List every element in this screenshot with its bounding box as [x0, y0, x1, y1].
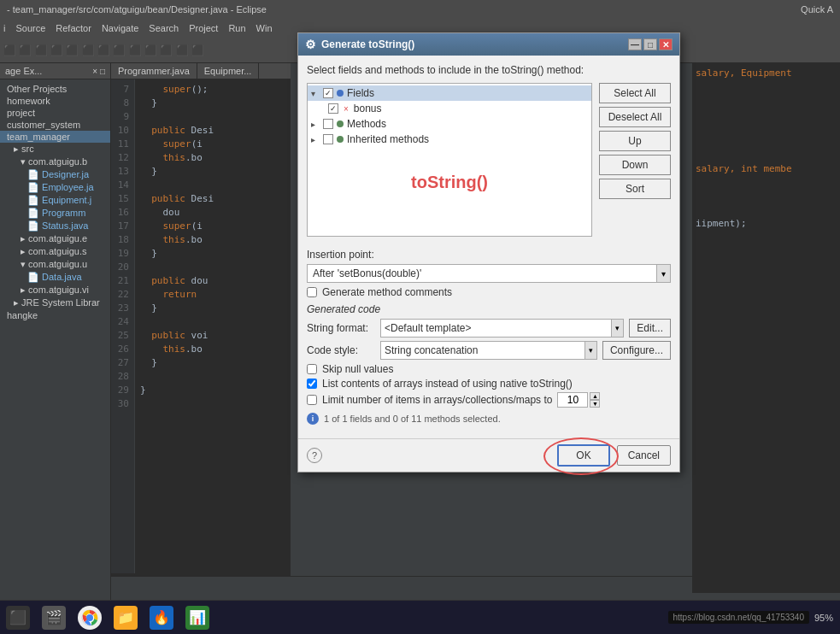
files-icon: 📁	[114, 606, 138, 630]
list-contents-label: List contents of arrays instead of using…	[322, 378, 573, 390]
insertion-point-arrow[interactable]: ▾	[657, 264, 671, 283]
battery-level: 95%	[814, 613, 833, 623]
info-row: i 1 of 1 fields and 0 of 11 methods sele…	[307, 413, 671, 425]
fields-tree[interactable]: ▾ Fields × bonus	[307, 83, 592, 237]
tostring-display: toString()	[308, 147, 591, 218]
inherited-checkbox[interactable]	[323, 134, 333, 144]
taskbar-right: https://blog.csdn.net/qq_41753340 95%	[668, 611, 841, 624]
bonus-row[interactable]: × bonus	[308, 101, 591, 116]
dialog-footer: ? OK Cancel	[298, 438, 679, 472]
string-format-arrow[interactable]: ▾	[612, 319, 624, 338]
tree-inner: ▾ Fields × bonus	[308, 84, 591, 220]
down-button[interactable]: Down	[599, 155, 671, 175]
spin-down-button[interactable]: ▼	[590, 400, 600, 408]
limit-number-input[interactable]	[557, 392, 588, 408]
bonus-checkbox[interactable]	[328, 103, 338, 114]
configure-button[interactable]: Configure...	[602, 341, 671, 360]
string-format-label: String format:	[307, 322, 375, 334]
code-style-dropdown[interactable]: String concatenation	[380, 341, 585, 360]
info-icon: i	[307, 413, 319, 425]
ok-btn-container: OK	[557, 444, 609, 467]
dialog-title-area: ⚙ Generate toString()	[305, 38, 414, 51]
limit-items-label: Limit number of items in arrays/collecti…	[322, 394, 552, 406]
url-display: https://blog.csdn.net/qq_41753340	[668, 611, 809, 624]
app6-icon: 📊	[185, 606, 209, 630]
dialog-titlebar: ⚙ Generate toString() — □ ✕	[298, 33, 679, 56]
ok-button[interactable]: OK	[557, 444, 609, 467]
list-contents-row: List contents of arrays instead of using…	[307, 378, 671, 390]
spin-up-button[interactable]: ▲	[590, 392, 600, 400]
edit-button[interactable]: Edit...	[629, 319, 671, 338]
code-style-dropdown-wrap: String concatenation ▾	[380, 341, 597, 360]
methods-row[interactable]: ▸ Methods	[308, 116, 591, 132]
dialog-titlebar-buttons: — □ ✕	[628, 38, 673, 50]
dialog-description: Select fields and methods to include in …	[307, 64, 671, 76]
dialog-overlay: ⚙ Generate toString() — □ ✕ Select field…	[0, 0, 840, 634]
list-contents-checkbox[interactable]	[307, 379, 317, 389]
generate-comments-checkbox[interactable]	[307, 287, 317, 297]
select-all-button[interactable]: Select All	[599, 83, 671, 103]
code-style-arrow[interactable]: ▾	[585, 341, 597, 360]
limit-number-wrap: ▲ ▼	[557, 392, 600, 408]
inherited-expand-icon: ▸	[311, 135, 320, 144]
close-button[interactable]: ✕	[659, 38, 673, 50]
fields-dot	[337, 90, 344, 97]
methods-dot	[337, 120, 344, 127]
number-spin: ▲ ▼	[590, 392, 600, 408]
methods-checkbox[interactable]	[323, 119, 333, 129]
insertion-point-label: Insertion point:	[307, 249, 671, 261]
dialog-icon: ⚙	[305, 38, 316, 51]
cancel-button[interactable]: Cancel	[617, 445, 671, 466]
dialog-title-text: Generate toString()	[321, 38, 414, 50]
tree-container: ▾ Fields × bonus	[307, 83, 592, 244]
taskbar-app6[interactable]: 📊	[180, 602, 214, 633]
skip-null-checkbox[interactable]	[307, 364, 317, 374]
generate-tostring-dialog: ⚙ Generate toString() — □ ✕ Select field…	[297, 32, 680, 473]
taskbar-app5[interactable]: 🔥	[144, 602, 179, 633]
skip-null-label: Skip null values	[322, 363, 393, 375]
limit-items-checkbox[interactable]	[307, 395, 317, 405]
fields-row[interactable]: ▾ Fields	[308, 85, 591, 101]
generate-comments-label: Generate method comments	[322, 286, 452, 298]
inherited-methods-row[interactable]: ▸ Inherited methods	[308, 132, 591, 147]
string-format-row: String format: <Default template> ▾ Edit…	[307, 319, 671, 338]
help-button[interactable]: ?	[307, 448, 322, 463]
code-style-label: Code style:	[307, 344, 375, 356]
chrome-icon	[78, 606, 102, 630]
limit-items-row: Limit number of items in arrays/collecti…	[307, 392, 671, 408]
taskbar-video[interactable]: 🎬	[37, 602, 71, 633]
bonus-x-icon: ×	[344, 104, 349, 114]
maximize-button[interactable]: □	[643, 38, 657, 50]
deselect-all-button[interactable]: Deselect All	[599, 107, 671, 127]
taskbar-files[interactable]: 📁	[109, 602, 143, 633]
info-text: 1 of 1 fields and 0 of 11 methods select…	[324, 414, 501, 424]
generated-code-label: Generated code	[307, 303, 671, 315]
insertion-point-row: After 'setBonus(double)' ▾	[307, 264, 671, 283]
inherited-dot	[337, 136, 344, 143]
footer-left: ?	[307, 448, 322, 463]
code-style-row: Code style: String concatenation ▾ Confi…	[307, 341, 671, 360]
minimize-button[interactable]: —	[628, 38, 642, 50]
fields-checkbox[interactable]	[323, 88, 333, 98]
inherited-methods-label: Inherited methods	[347, 133, 429, 145]
taskbar-terminal[interactable]: ⬛	[1, 602, 35, 633]
taskbar-chrome[interactable]	[73, 602, 107, 633]
tree-action-buttons: Select All Deselect All Up Down Sort	[599, 83, 671, 199]
sort-button[interactable]: Sort	[599, 179, 671, 199]
skip-null-row: Skip null values	[307, 363, 671, 375]
insertion-point-dropdown[interactable]: After 'setBonus(double)'	[307, 264, 657, 283]
methods-label: Methods	[347, 118, 386, 130]
terminal-icon: ⬛	[6, 606, 30, 630]
string-format-dropdown-wrap: <Default template> ▾	[380, 319, 624, 338]
taskbar: ⬛ 🎬 📁 🔥 📊 https://blog.csdn.net/qq_41753…	[0, 600, 840, 634]
expand-icon: ▾	[311, 89, 320, 97]
dialog-body: Select fields and methods to include in …	[298, 56, 679, 438]
up-button[interactable]: Up	[599, 131, 671, 151]
bonus-label: bonus	[354, 103, 382, 114]
footer-right: OK Cancel	[557, 444, 671, 467]
tree-and-buttons: ▾ Fields × bonus	[307, 83, 671, 244]
app5-icon: 🔥	[150, 606, 173, 630]
fields-label: Fields	[347, 87, 374, 99]
string-format-dropdown[interactable]: <Default template>	[380, 319, 612, 338]
methods-expand-icon: ▸	[311, 120, 320, 128]
